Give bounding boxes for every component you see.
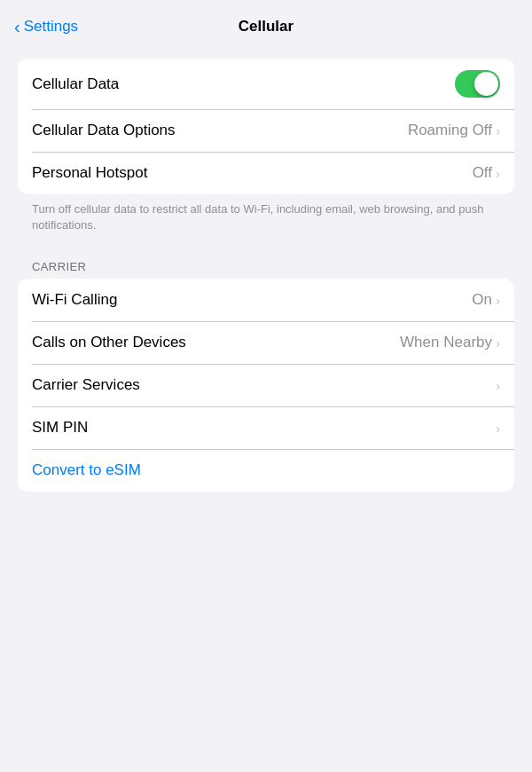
cellular-helper-text: Turn off cellular data to restrict all d… [0, 194, 532, 244]
back-label: Settings [24, 18, 78, 35]
cellular-data-options-chevron-icon: › [496, 123, 500, 138]
cellular-data-options-row[interactable]: Cellular Data Options Roaming Off › [18, 109, 514, 152]
cellular-data-options-label: Cellular Data Options [32, 122, 176, 139]
carrier-services-chevron-icon: › [496, 378, 500, 393]
personal-hotspot-right: Off › [473, 164, 500, 182]
cellular-data-label: Cellular Data [32, 75, 119, 93]
carrier-section-label: CARRIER [0, 253, 532, 279]
calls-other-devices-row[interactable]: Calls on Other Devices When Nearby › [18, 321, 514, 364]
wifi-calling-right: On › [472, 291, 500, 309]
carrier-card: Wi-Fi Calling On › Calls on Other Device… [18, 279, 514, 492]
wifi-calling-label: Wi-Fi Calling [32, 291, 117, 309]
cellular-data-row[interactable]: Cellular Data [18, 59, 514, 109]
personal-hotspot-row[interactable]: Personal Hotspot Off › [18, 152, 514, 194]
calls-other-devices-label: Calls on Other Devices [32, 334, 186, 351]
calls-other-devices-right: When Nearby › [400, 334, 500, 351]
convert-esim-row[interactable]: Convert to eSIM [18, 449, 514, 492]
wifi-calling-row[interactable]: Wi-Fi Calling On › [18, 279, 514, 321]
sim-pin-label: SIM PIN [32, 419, 88, 437]
toggle-knob [474, 72, 498, 96]
personal-hotspot-chevron-icon: › [496, 166, 500, 181]
cellular-data-options-right: Roaming Off › [408, 122, 500, 139]
back-button[interactable]: ‹ Settings [14, 18, 78, 35]
sim-pin-right: › [496, 421, 500, 436]
convert-esim-label: Convert to eSIM [32, 461, 141, 479]
wifi-calling-chevron-icon: › [496, 293, 500, 308]
wifi-calling-value: On [472, 291, 492, 309]
cellular-data-options-value: Roaming Off [408, 122, 492, 139]
sim-pin-chevron-icon: › [496, 421, 500, 436]
back-chevron-icon: ‹ [14, 18, 20, 35]
page-title: Cellular [239, 18, 293, 35]
calls-other-devices-value: When Nearby [400, 334, 492, 351]
personal-hotspot-value: Off [473, 164, 492, 182]
carrier-services-right: › [496, 378, 500, 393]
carrier-section: CARRIER Wi-Fi Calling On › Calls on Othe… [0, 253, 532, 492]
calls-other-devices-chevron-icon: › [496, 335, 500, 351]
personal-hotspot-label: Personal Hotspot [32, 164, 147, 182]
cellular-data-toggle[interactable] [455, 70, 500, 98]
carrier-services-label: Carrier Services [32, 376, 140, 394]
carrier-services-row[interactable]: Carrier Services › [18, 364, 514, 406]
header: ‹ Settings Cellular [0, 0, 532, 50]
sim-pin-row[interactable]: SIM PIN › [18, 406, 514, 449]
cellular-data-card: Cellular Data Cellular Data Options Roam… [18, 59, 514, 194]
cellular-data-section: Cellular Data Cellular Data Options Roam… [0, 59, 532, 244]
